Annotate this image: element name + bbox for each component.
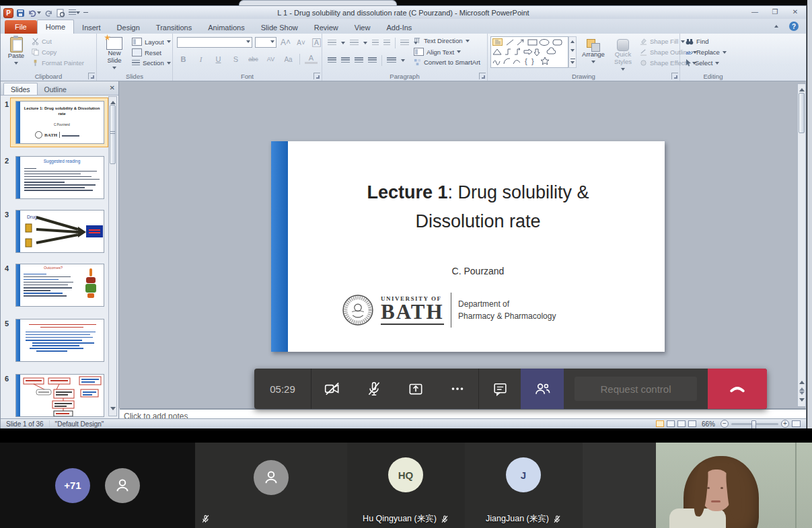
layout-button[interactable]: Layout	[132, 38, 171, 46]
fit-to-window-button[interactable]	[792, 420, 801, 427]
section-button[interactable]: Section	[132, 59, 171, 67]
reading-view-button[interactable]	[677, 420, 686, 427]
tab-animations[interactable]: Animations	[200, 21, 252, 34]
slide-thumbnail-4[interactable]: Outcomes?	[15, 264, 104, 307]
shrink-font-button[interactable]: A˅	[295, 39, 307, 46]
zoom-in-button[interactable]: +	[781, 420, 789, 428]
panel-scrollbar-thumb[interactable]	[110, 105, 116, 164]
mic-toggle-button[interactable]	[353, 369, 395, 409]
minimize-ribbon-icon[interactable]	[774, 23, 778, 28]
increase-indent-button[interactable]	[383, 40, 390, 46]
justify-button[interactable]	[368, 57, 377, 64]
clipboard-dialog-launcher[interactable]	[88, 73, 95, 79]
share-screen-button[interactable]	[395, 369, 437, 409]
shapes-gallery[interactable]: {}	[490, 36, 568, 68]
change-case-button[interactable]: Aa	[282, 56, 295, 63]
cut-button[interactable]: Cut	[32, 38, 52, 45]
font-size-combo[interactable]	[255, 37, 276, 48]
zoom-slider[interactable]	[731, 423, 778, 425]
character-spacing-button[interactable]: AV	[264, 56, 277, 63]
paragraph-dialog-launcher[interactable]	[479, 73, 486, 79]
grow-font-button[interactable]: A˄	[279, 38, 292, 47]
chat-button[interactable]	[478, 369, 521, 409]
camera-toggle-button[interactable]	[311, 369, 353, 409]
request-control-button[interactable]: Request control	[575, 377, 697, 401]
slide-thumbnail-1[interactable]: Lecture 1: Drug solubility & Dissolution…	[15, 101, 104, 144]
hang-up-button[interactable]	[708, 369, 767, 409]
align-text-button[interactable]: Align Text	[414, 48, 461, 56]
slide-sorter-view-button[interactable]	[667, 420, 675, 427]
slide-thumbnail-2[interactable]: Suggested reading	[15, 156, 104, 199]
line-spacing-button[interactable]	[400, 40, 409, 46]
convert-smartart-button[interactable]: Convert to SmartArt	[414, 59, 480, 66]
numbering-button[interactable]	[350, 40, 359, 46]
slide-thumbnail-5[interactable]	[15, 319, 104, 362]
tab-view[interactable]: View	[346, 21, 379, 34]
tab-review[interactable]: Review	[306, 21, 346, 34]
undo-button[interactable]	[28, 8, 41, 17]
participant-tile-overflow[interactable]: +71	[0, 443, 195, 528]
drawing-dialog-launcher[interactable]	[671, 73, 678, 79]
quick-styles-button[interactable]: Quick Styles	[609, 39, 637, 73]
tab-outline[interactable]: Outline	[38, 83, 73, 95]
slide-thumbnail-3[interactable]: Drug	[15, 210, 104, 253]
notes-pane[interactable]: Click to add notes	[120, 408, 806, 418]
tab-slide-show[interactable]: Slide Show	[253, 21, 306, 34]
participants-button[interactable]	[521, 369, 564, 409]
bold-button[interactable]: B	[177, 55, 190, 63]
slide-canvas[interactable]: Lecture 1: Drug solubility & Dissolution…	[271, 141, 665, 352]
participant-tile-hu-qingyuan[interactable]: HQ Hu Qingyuan (来宾)	[347, 443, 465, 528]
slide-thumbnail-6[interactable]	[15, 374, 104, 417]
participant-video-tile[interactable]	[656, 443, 812, 528]
slide-nav-buttons[interactable]	[798, 377, 805, 405]
panel-scrollbar[interactable]	[108, 96, 117, 416]
underline-button[interactable]: U	[212, 55, 225, 63]
overflow-count-badge[interactable]: +71	[55, 468, 90, 503]
replace-button[interactable]: ab Replace	[686, 48, 727, 56]
normal-view-button[interactable]	[656, 420, 664, 427]
print-preview-button[interactable]	[57, 8, 65, 17]
strikethrough-button[interactable]: abc	[247, 56, 260, 63]
participant-tile-jiangjuan[interactable]: J JiangJuan (来宾)	[465, 443, 583, 528]
customize-qat-button[interactable]	[83, 8, 88, 17]
select-button[interactable]: Select	[686, 59, 719, 67]
arrange-button[interactable]: Arrange	[579, 39, 607, 65]
help-icon[interactable]: ?	[789, 22, 799, 31]
restore-button[interactable]: ❐	[770, 7, 780, 15]
more-options-button[interactable]	[437, 369, 478, 409]
font-name-combo[interactable]	[177, 37, 252, 48]
text-direction-button[interactable]: Text Direction	[414, 37, 470, 44]
slide-scrollbar-thumb[interactable]	[799, 93, 805, 133]
participant-avatar[interactable]	[105, 468, 140, 503]
format-painter-button[interactable]: Format Painter	[32, 59, 84, 67]
slide-scrollbar[interactable]	[797, 83, 806, 407]
align-right-button[interactable]	[355, 57, 363, 64]
minimize-button[interactable]: —	[749, 7, 760, 15]
tab-add-ins[interactable]: Add-Ins	[378, 21, 420, 34]
italic-button[interactable]: I	[194, 55, 207, 63]
slideshow-view-button[interactable]	[688, 420, 696, 427]
paste-button[interactable]: Paste	[5, 37, 28, 67]
new-slide-button[interactable]: New Slide	[101, 37, 128, 71]
zoom-slider-thumb[interactable]	[751, 420, 756, 429]
participant-tile-anonymous[interactable]	[195, 443, 347, 528]
tab-file[interactable]: File	[5, 20, 37, 34]
align-center-button[interactable]	[341, 57, 350, 64]
tab-transitions[interactable]: Transitions	[148, 21, 200, 34]
save-button[interactable]	[17, 8, 24, 17]
columns-button[interactable]	[387, 57, 396, 64]
close-button[interactable]: ✕	[790, 7, 801, 15]
redo-button[interactable]	[44, 8, 53, 17]
tab-insert[interactable]: Insert	[74, 21, 109, 34]
shapes-scroll[interactable]	[568, 36, 577, 68]
close-panel-icon[interactable]: ✕	[110, 84, 115, 91]
bullet-list-button[interactable]	[69, 8, 80, 17]
decrease-indent-button[interactable]	[372, 40, 379, 46]
tab-slides[interactable]: Slides	[3, 83, 38, 95]
powerpoint-icon[interactable]: P	[3, 8, 13, 18]
clear-formatting-button[interactable]: 🄰	[310, 38, 323, 47]
tab-home[interactable]: Home	[37, 20, 74, 34]
font-color-button[interactable]: A	[305, 54, 318, 64]
text-shadow-button[interactable]: S	[229, 55, 242, 63]
copy-button[interactable]: Copy	[32, 48, 57, 56]
